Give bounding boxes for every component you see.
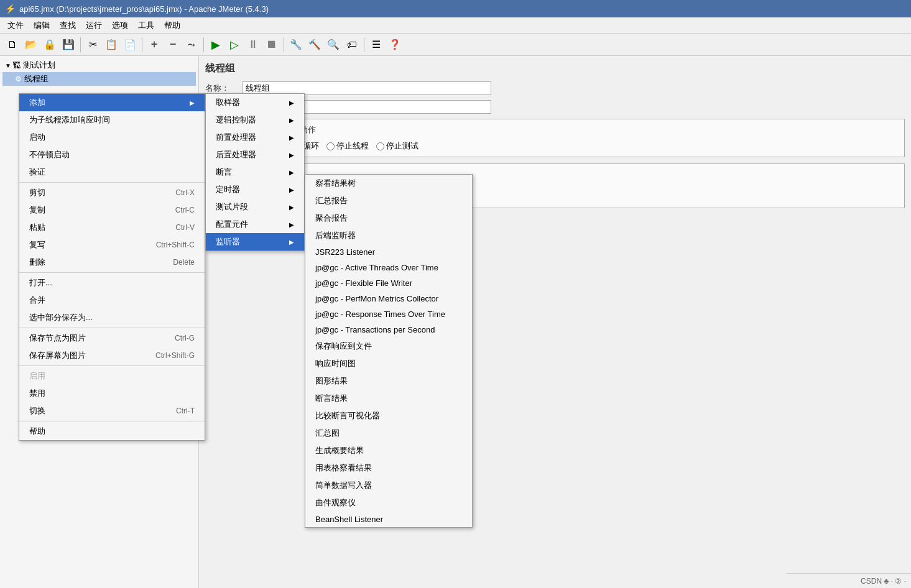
ctx-save-selection[interactable]: 选中部分保存为...	[19, 309, 205, 326]
submenu-logic-controller[interactable]: 逻辑控制器 ▶	[206, 111, 304, 129]
ctx-open[interactable]: 打开...	[19, 274, 205, 292]
listener-summary-report[interactable]: 汇总报告	[305, 192, 472, 209]
expand-button[interactable]: ⤳	[183, 36, 200, 53]
ctx-add[interactable]: 添加 ▶	[19, 94, 205, 111]
ctx-merge[interactable]: 合并	[19, 292, 205, 309]
listener-graph-results[interactable]: 图形结果	[305, 372, 472, 390]
listener-simple-writer[interactable]: 简单数据写入器	[305, 477, 472, 494]
menu-bar: 文件 编辑 查找 运行 选项 工具 帮助	[0, 17, 911, 34]
copy-button[interactable]: 📋	[103, 36, 120, 53]
radio-stop-test[interactable]: 停止测试	[376, 140, 419, 152]
ctx-delete-shortcut: Delete	[173, 258, 195, 267]
cut-button[interactable]: ✂	[84, 36, 101, 53]
ctx-save-node-img[interactable]: 保存节点为图片 Ctrl-G	[19, 329, 205, 347]
radio-stop-thread-input[interactable]	[326, 142, 335, 150]
ctx-add-response-time[interactable]: 为子线程添加响应时间	[19, 111, 205, 129]
save-lock-button[interactable]: 🔒	[41, 36, 58, 53]
list-button[interactable]: ☰	[368, 36, 385, 53]
ctx-validate-label: 验证	[29, 167, 45, 178]
listener-jpgc-active-threads-label: jp@gc - Active Threads Over Time	[315, 263, 438, 272]
submenu-test-fragment[interactable]: 测试片段 ▶	[206, 198, 304, 216]
shutdown-button[interactable]: ⏹	[263, 36, 280, 53]
ctx-save-selection-label: 选中部分保存为...	[29, 312, 93, 323]
submenu-pre-processor-arrow: ▶	[289, 134, 294, 141]
menu-tools[interactable]: 工具	[133, 19, 159, 32]
submenu-assertion-arrow: ▶	[289, 169, 294, 176]
listener-beanshell[interactable]: BeanShell Listener	[305, 512, 472, 527]
submenu-timer[interactable]: 定时器 ▶	[206, 181, 304, 198]
ctx-add-response-time-label: 为子线程添加响应时间	[29, 114, 110, 126]
radio-stop-test-input[interactable]	[376, 142, 384, 150]
ctx-delete[interactable]: 删除 Delete	[19, 254, 205, 271]
status-text: CSDN ♣ · ② ·	[861, 577, 906, 586]
submenu-pre-processor-label: 前置处理器	[216, 132, 256, 143]
listener-backend[interactable]: 后端监听器	[305, 227, 472, 244]
tag-button[interactable]: 🏷	[343, 36, 361, 53]
listener-aggregate-report-label: 聚合报告	[315, 213, 348, 224]
paste-button[interactable]: 📄	[121, 36, 139, 53]
listener-compare-visualizer[interactable]: 比较断言可视化器	[305, 407, 472, 425]
submenu-pre-processor[interactable]: 前置处理器 ▶	[206, 129, 304, 146]
open-button[interactable]: 📂	[22, 36, 40, 53]
menu-file[interactable]: 文件	[2, 19, 29, 32]
listener-jpgc-active-threads[interactable]: jp@gc - Active Threads Over Time	[305, 260, 472, 275]
clear-button[interactable]: 🔧	[287, 36, 305, 53]
listener-result-tree-label: 察看结果树	[315, 178, 356, 189]
listener-backend-label: 后端监听器	[315, 230, 356, 241]
menu-options[interactable]: 选项	[107, 19, 133, 32]
listener-jpgc-response-times[interactable]: jp@gc - Response Times Over Time	[305, 306, 472, 322]
listener-table-view[interactable]: 用表格察看结果	[305, 459, 472, 477]
listener-assertion-results[interactable]: 断言结果	[305, 390, 472, 407]
ctx-start[interactable]: 启动	[19, 129, 205, 146]
ctx-duplicate-shortcut: Ctrl+Shift-C	[156, 241, 195, 249]
submenu-post-processor[interactable]: 后置处理器 ▶	[206, 146, 304, 163]
ctx-paste[interactable]: 粘贴 Ctrl-V	[19, 219, 205, 236]
menu-edit[interactable]: 编辑	[29, 19, 55, 32]
listener-summary-graph[interactable]: 汇总图	[305, 425, 472, 442]
ctx-save-screen-img[interactable]: 保存屏幕为图片 Ctrl+Shift-G	[19, 347, 205, 364]
save-button[interactable]: 💾	[60, 36, 77, 53]
submenu-assertion[interactable]: 断言 ▶	[206, 163, 304, 181]
ctx-validate[interactable]: 验证	[19, 163, 205, 181]
ctx-toggle[interactable]: 切换 Ctrl-T	[19, 402, 205, 420]
new-button[interactable]: 🗋	[4, 36, 21, 53]
listener-jpgc-perfmon[interactable]: jp@gc - PerfMon Metrics Collector	[305, 291, 472, 306]
start-no-pause-button[interactable]: ▷	[226, 36, 243, 53]
listener-mail-viewer[interactable]: 曲件观察仪	[305, 494, 472, 512]
listener-generate-summary-label: 生成概要结果	[315, 445, 364, 456]
ctx-copy[interactable]: 复制 Ctrl-C	[19, 201, 205, 219]
ctx-sep-3	[19, 328, 205, 328]
tree-thread-group[interactable]: ⚙ 线程组	[2, 72, 196, 86]
menu-run[interactable]: 运行	[81, 19, 107, 32]
listener-jpgc-flexible-writer[interactable]: jp@gc - Flexible File Writer	[305, 275, 472, 291]
listener-compare-visualizer-label: 比较断言可视化器	[315, 410, 380, 421]
listener-generate-summary[interactable]: 生成概要结果	[305, 442, 472, 459]
submenu-listener[interactable]: 监听器 ▶	[206, 233, 304, 250]
listener-aggregate-report[interactable]: 聚合报告	[305, 209, 472, 227]
start-button[interactable]: ▶	[207, 36, 224, 53]
menu-find[interactable]: 查找	[55, 19, 81, 32]
listener-response-time-graph[interactable]: 响应时间图	[305, 355, 472, 372]
ctx-start-no-pause[interactable]: 不停顿启动	[19, 146, 205, 163]
remove-button[interactable]: −	[164, 36, 182, 53]
help-btn[interactable]: ❓	[386, 36, 404, 53]
tree-test-plan[interactable]: ▼ 🏗 测试计划	[2, 58, 196, 72]
menu-help[interactable]: 帮助	[159, 19, 185, 32]
clear-all-button[interactable]: 🔨	[306, 36, 323, 53]
submenu-sampler[interactable]: 取样器 ▶	[206, 94, 304, 111]
submenu-config-element[interactable]: 配置元件 ▶	[206, 216, 304, 233]
listener-jsr223[interactable]: JSR223 Listener	[305, 244, 472, 260]
ctx-duplicate[interactable]: 复写 Ctrl+Shift-C	[19, 236, 205, 254]
ctx-disable[interactable]: 禁用	[19, 385, 205, 402]
listener-result-tree[interactable]: 察看结果树	[305, 175, 472, 192]
search-button[interactable]: 🔍	[325, 36, 342, 53]
submenu-logic-controller-arrow: ▶	[289, 117, 294, 124]
listener-save-response[interactable]: 保存响应到文件	[305, 338, 472, 355]
listener-jpgc-transactions[interactable]: jp@gc - Transactions per Second	[305, 322, 472, 338]
ctx-help[interactable]: 帮助	[19, 423, 205, 440]
ctx-cut[interactable]: 剪切 Ctrl-X	[19, 184, 205, 201]
add-button[interactable]: +	[146, 36, 163, 53]
submenu-sampler-arrow: ▶	[289, 99, 294, 106]
radio-stop-thread[interactable]: 停止线程	[326, 140, 369, 152]
stop-button[interactable]: ⏸	[244, 36, 262, 53]
